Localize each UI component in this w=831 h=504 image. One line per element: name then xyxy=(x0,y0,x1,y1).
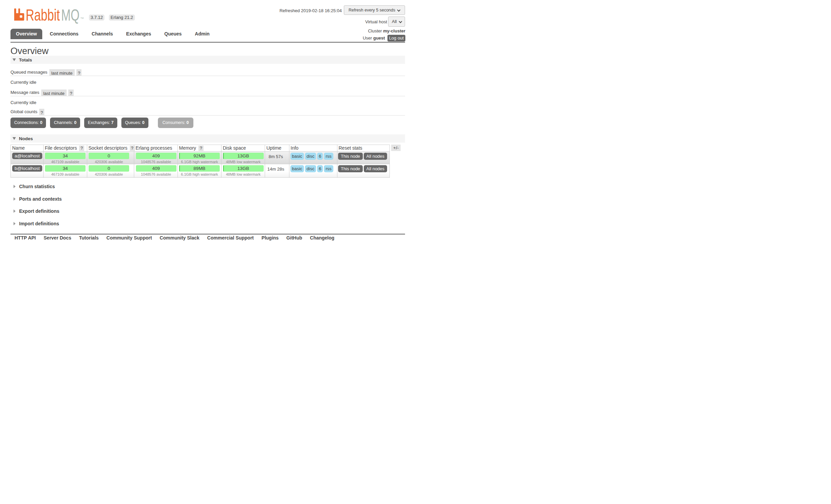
svg-text:MQ: MQ xyxy=(61,6,79,24)
svg-text:Rabbit: Rabbit xyxy=(26,6,60,24)
svg-text:TM: TM xyxy=(80,17,84,19)
